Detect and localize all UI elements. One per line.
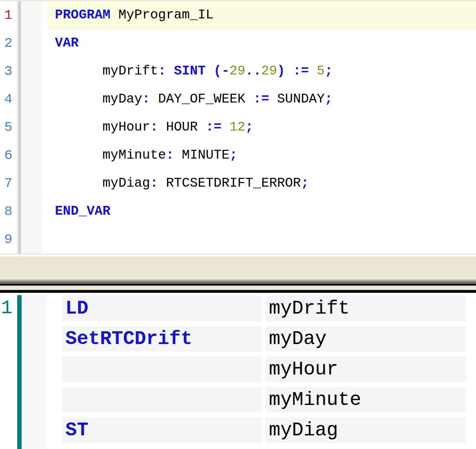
il-cell-gap bbox=[262, 296, 266, 321]
code-line[interactable]: END_VAR bbox=[48, 197, 476, 226]
gutter-divider bbox=[17, 141, 21, 169]
code-token: SUNDAY bbox=[269, 92, 325, 107]
il-instruction-row: myMinute bbox=[62, 387, 476, 413]
gutter-divider bbox=[17, 1, 21, 29]
code-token: ; bbox=[301, 176, 309, 191]
code-line-row: 5 myHour: HOUR := 12; bbox=[0, 113, 476, 141]
code-token: myDay bbox=[55, 92, 142, 107]
breakpoint-gutter[interactable] bbox=[21, 57, 42, 85]
code-token: myDrift bbox=[55, 64, 158, 79]
breakpoint-gutter[interactable] bbox=[21, 29, 42, 57]
editor-splitter[interactable] bbox=[0, 253, 476, 295]
line-number: 9 bbox=[0, 226, 17, 254]
il-left-margin bbox=[47, 295, 62, 449]
splitter-band bbox=[0, 256, 476, 280]
line-number: 7 bbox=[0, 169, 17, 197]
il-instruction-row: SetRTCDriftmyDay bbox=[62, 326, 476, 352]
line-number: 5 bbox=[0, 113, 17, 141]
code-token: : bbox=[150, 176, 158, 191]
code-token: SINT bbox=[166, 64, 206, 79]
il-instruction-row: LDmyDrift bbox=[62, 296, 476, 321]
il-instruction-rows: LDmyDriftSetRTCDriftmyDaymyHourmyMinuteS… bbox=[62, 295, 476, 449]
code-line-row: 1PROGRAM MyProgram_IL bbox=[0, 1, 476, 29]
code-token: 29 bbox=[261, 64, 277, 79]
il-right-margin bbox=[466, 387, 476, 413]
code-token: myHour bbox=[55, 120, 150, 135]
gutter-divider bbox=[17, 169, 21, 197]
il-operand-cell[interactable]: myMinute bbox=[266, 387, 466, 413]
breakpoint-gutter[interactable] bbox=[21, 85, 42, 113]
il-operand-cell[interactable]: myDrift bbox=[266, 296, 466, 321]
il-operator-cell[interactable]: SetRTCDrift bbox=[62, 326, 262, 352]
code-column: PROGRAM MyProgram_IL bbox=[42, 1, 476, 29]
il-right-margin bbox=[466, 356, 476, 382]
code-token: : bbox=[150, 120, 158, 135]
pou-editor-window: 1PROGRAM MyProgram_IL2VAR3 myDrift: SINT… bbox=[0, 0, 476, 449]
code-token: ) := bbox=[277, 64, 309, 79]
il-right-margin bbox=[466, 417, 476, 443]
line-number: 1 bbox=[0, 1, 17, 29]
code-line[interactable]: PROGRAM MyProgram_IL bbox=[48, 1, 476, 29]
il-right-margin bbox=[466, 326, 476, 352]
il-operand-cell[interactable]: myHour bbox=[266, 356, 466, 382]
il-breakpoint-gutter[interactable] bbox=[22, 295, 47, 449]
gutter-divider bbox=[17, 85, 21, 113]
code-token: : bbox=[142, 92, 150, 107]
splitter-edge bbox=[0, 290, 476, 293]
line-number: 2 bbox=[0, 29, 17, 57]
il-operator-cell[interactable] bbox=[62, 387, 262, 413]
code-token: myDiag bbox=[55, 176, 150, 191]
il-cell-gap bbox=[262, 356, 266, 382]
il-operator-cell[interactable]: LD bbox=[62, 296, 262, 321]
breakpoint-gutter[interactable] bbox=[21, 169, 42, 197]
code-token: MyProgram_IL bbox=[111, 8, 214, 22]
code-token: 12 bbox=[222, 120, 245, 135]
code-column: myMinute: MINUTE; bbox=[42, 141, 476, 169]
splitter-band bbox=[0, 286, 476, 290]
code-line[interactable]: myDrift: SINT (-29..29) := 5; bbox=[48, 57, 476, 85]
code-token: myMinute bbox=[55, 148, 166, 163]
code-line[interactable] bbox=[48, 226, 476, 254]
breakpoint-gutter[interactable] bbox=[21, 226, 42, 254]
code-column: myDrift: SINT (-29..29) := 5; bbox=[42, 57, 476, 85]
il-right-margin bbox=[466, 296, 476, 321]
code-token: 29 bbox=[230, 64, 246, 79]
code-token: PROGRAM bbox=[55, 8, 111, 22]
code-token: ; bbox=[325, 64, 333, 79]
code-line[interactable]: myHour: HOUR := 12; bbox=[48, 113, 476, 141]
breakpoint-gutter[interactable] bbox=[21, 197, 42, 226]
code-line[interactable]: myMinute: MINUTE; bbox=[48, 141, 476, 169]
code-column: myDay: DAY_OF_WEEK := SUNDAY; bbox=[42, 85, 476, 113]
declaration-editor: 1PROGRAM MyProgram_IL2VAR3 myDrift: SINT… bbox=[0, 0, 476, 253]
code-token: : bbox=[166, 148, 174, 163]
il-implementation-editor: 1 LDmyDriftSetRTCDriftmyDaymyHourmyMinut… bbox=[0, 295, 476, 449]
code-token: MINUTE bbox=[174, 148, 230, 163]
line-number: 3 bbox=[0, 57, 17, 85]
il-instruction-row: myHour bbox=[62, 356, 476, 382]
code-token: VAR bbox=[55, 36, 79, 50]
breakpoint-gutter[interactable] bbox=[21, 113, 42, 141]
il-operator-cell[interactable]: ST bbox=[62, 417, 262, 443]
il-operand-cell[interactable]: myDay bbox=[266, 326, 466, 352]
code-token: : bbox=[158, 64, 166, 79]
il-operand-cell[interactable]: myDiag bbox=[266, 417, 466, 443]
code-line-row: 8END_VAR bbox=[0, 197, 476, 226]
breakpoint-gutter[interactable] bbox=[21, 1, 42, 29]
code-line[interactable]: VAR bbox=[48, 29, 476, 57]
code-column: myDiag: RTCSETDRIFT_ERROR; bbox=[42, 169, 476, 197]
code-token: := bbox=[198, 120, 221, 135]
code-token: := bbox=[245, 92, 269, 107]
code-line[interactable]: myDiag: RTCSETDRIFT_ERROR; bbox=[48, 169, 476, 197]
gutter-divider bbox=[17, 57, 21, 85]
code-token: HOUR bbox=[158, 120, 198, 135]
code-column: VAR bbox=[42, 29, 476, 57]
code-line-row: 2VAR bbox=[0, 29, 476, 57]
code-token: RTCSETDRIFT_ERROR bbox=[158, 176, 301, 191]
code-line-row: 6 myMinute: MINUTE; bbox=[0, 141, 476, 169]
code-line-row: 7 myDiag: RTCSETDRIFT_ERROR; bbox=[0, 169, 476, 197]
il-operator-cell[interactable] bbox=[62, 356, 262, 382]
code-column bbox=[42, 226, 476, 254]
code-line[interactable]: myDay: DAY_OF_WEEK := SUNDAY; bbox=[48, 85, 476, 113]
il-cell-gap bbox=[262, 387, 266, 413]
breakpoint-gutter[interactable] bbox=[21, 141, 42, 169]
